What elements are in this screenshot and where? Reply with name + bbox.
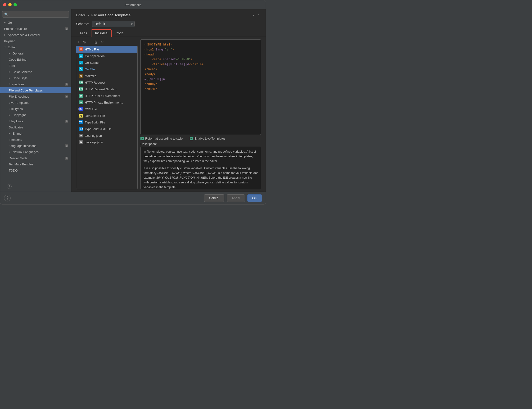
cancel-button[interactable]: Cancel — [204, 194, 224, 202]
sidebar-item-color-scheme[interactable]: Color Scheme — [0, 69, 71, 75]
code-line: <title>#[[$Title$]]#</title> — [145, 62, 257, 67]
code-line: <meta charset="UTF-8"> — [145, 57, 257, 62]
sidebar-item-font[interactable]: Font — [0, 63, 71, 69]
search-input[interactable] — [9, 13, 67, 16]
file-list: HHTML FileGGo ApplicationGGo ScratchGGo … — [76, 46, 138, 189]
sidebar-item-intentions[interactable]: Intentions — [0, 137, 71, 143]
file-item-label: Go Scratch — [85, 61, 100, 65]
file-item-ts-file[interactable]: TSTypeScript File — [76, 119, 138, 126]
reformat-checkbox-label[interactable]: Reformat according to style — [140, 137, 183, 140]
apply-button[interactable]: Apply — [227, 194, 245, 202]
file-item-css-file[interactable]: CSSCSS File — [76, 106, 138, 112]
live-templates-checkbox[interactable] — [190, 137, 193, 140]
sidebar-item-project-structure[interactable]: Project Structure⊞ — [0, 26, 71, 32]
sidebar-item-language-injections[interactable]: Language Injections⊞ — [0, 143, 71, 149]
nav-forward-button[interactable]: › — [257, 12, 261, 18]
tab-code[interactable]: Code — [111, 29, 128, 37]
reformat-checkbox[interactable] — [140, 137, 144, 140]
sidebar-item-copyright[interactable]: Copyright — [0, 112, 71, 118]
file-item-http-request-scratch[interactable]: APIHTTP Request Scratch — [76, 86, 138, 93]
code-editor[interactable]: <!DOCTYPE html> <html lang="en"> <head> … — [140, 39, 261, 135]
sidebar-item-badge: ⊞ — [65, 95, 68, 98]
sidebar-item-reader-mode[interactable]: Reader Mode⊞ — [0, 155, 71, 161]
close-button[interactable] — [3, 3, 6, 6]
file-item-label: package.json — [85, 140, 103, 144]
code-line: </head> — [145, 67, 257, 72]
sidebar-item-appearance[interactable]: Appearance & Behavior — [0, 32, 71, 38]
file-item-go-scratch[interactable]: GGo Scratch — [76, 59, 138, 66]
sidebar-item-general[interactable]: General — [0, 50, 71, 56]
sidebar-item-label: Code Editing — [9, 58, 26, 61]
scheme-dropdown[interactable]: Default — [92, 21, 135, 27]
file-item-http-request[interactable]: APIHTTP Request — [76, 79, 138, 86]
sidebar-item-editor[interactable]: Editor — [0, 44, 71, 50]
sidebar-item-keymap[interactable]: Keymap — [0, 38, 71, 44]
sidebar-item-label: Appearance & Behavior — [8, 33, 40, 37]
file-item-html-file[interactable]: HHTML File — [76, 46, 138, 53]
file-item-label: CSS File — [85, 107, 97, 111]
minimize-button[interactable] — [8, 3, 12, 6]
sidebar-item-label: File Types — [9, 107, 23, 111]
sidebar-item-inlay-hints[interactable]: Inlay Hints⊞ — [0, 118, 71, 124]
reset-button[interactable]: ↩ — [99, 39, 105, 45]
checkboxes-row: Reformat according to style Enable Live … — [140, 137, 261, 140]
file-item-js-file[interactable]: JSJavaScript File — [76, 112, 138, 119]
sidebar-item-inspections[interactable]: Inspections⊞ — [0, 81, 71, 87]
file-icon-js: JS — [79, 114, 83, 118]
sidebar-item-label: Copyright — [13, 113, 26, 117]
file-icon-tsx: TSX — [79, 127, 83, 131]
help-button[interactable]: ? — [4, 195, 11, 201]
sidebar-item-file-code-templates[interactable]: File and Code Templates — [0, 87, 71, 93]
search-box[interactable]: 🔍 — [2, 11, 69, 18]
file-item-tsconfig[interactable]: ⚙tsconfig.json — [76, 132, 138, 139]
ok-button[interactable]: OK — [247, 194, 262, 202]
sidebar-item-label: Intentions — [9, 138, 22, 141]
code-line: <html lang="en"> — [145, 47, 257, 52]
sidebar-item-duplicates[interactable]: Duplicates — [0, 124, 71, 130]
file-item-label: JavaScript File — [85, 114, 105, 118]
breadcrumb-separator: › — [88, 13, 89, 17]
file-item-package[interactable]: ⚙package.json — [76, 139, 138, 146]
tab-files[interactable]: Files — [76, 29, 91, 37]
file-icon-api: API — [79, 81, 83, 84]
nav-back-button[interactable]: ‹ — [252, 12, 256, 18]
duplicate-button[interactable]: ⎘ — [93, 39, 98, 45]
tab-includes[interactable]: Includes — [91, 29, 111, 37]
file-item-go-file[interactable]: GGo File — [76, 66, 138, 73]
file-item-label: TypeScript File — [85, 121, 105, 124]
file-item-makefile[interactable]: MMakefile — [76, 73, 138, 79]
file-item-http-public-env[interactable]: ⚙HTTP Public Environment — [76, 93, 138, 99]
code-line: </body> — [145, 82, 257, 87]
live-templates-checkbox-label[interactable]: Enable Live Templates — [190, 137, 226, 140]
maximize-button[interactable] — [13, 3, 17, 6]
sidebar-item-label: Font — [9, 64, 15, 67]
sidebar-item-code-style[interactable]: Code Style — [0, 75, 71, 81]
file-icon-go: G — [79, 54, 83, 58]
sidebar-item-emmet[interactable]: Emmet — [0, 130, 71, 137]
sidebar-item-label: Color Scheme — [13, 70, 32, 74]
sidebar-item-label: File and Code Templates — [9, 89, 43, 92]
file-icon-go: G — [79, 61, 83, 65]
file-item-go-application[interactable]: GGo Application — [76, 53, 138, 59]
help-icon: ? — [7, 184, 12, 189]
file-item-tsx-file[interactable]: TSXTypeScript JSX File — [76, 126, 138, 132]
add-button[interactable]: + — [76, 39, 81, 45]
code-line: #[[$END$]]# — [145, 77, 257, 82]
copy-button[interactable]: ⊕ — [82, 39, 87, 45]
sidebar-item-go[interactable]: Go — [0, 19, 71, 26]
sidebar-item-live-templates[interactable]: Live Templates — [0, 100, 71, 106]
file-item-label: HTTP Request Scratch — [85, 87, 116, 91]
file-item-http-private-env[interactable]: ⚙HTTP Private Environmen... — [76, 99, 138, 106]
sidebar-item-label: TODO — [9, 169, 18, 172]
sidebar-item-help[interactable]: ? — [3, 183, 68, 190]
right-panel: Editor › File and Code Templates ‹ › Sch… — [71, 9, 266, 192]
sidebar-item-file-encodings[interactable]: File Encodings⊞ — [0, 93, 71, 100]
description-text: In file templates, you can use text, cod… — [140, 147, 261, 189]
remove-button[interactable]: − — [88, 39, 92, 45]
sidebar-item-textmate-bundles[interactable]: TextMate Bundles — [0, 161, 71, 167]
sidebar-item-file-types[interactable]: File Types — [0, 106, 71, 112]
sidebar-item-code-editing[interactable]: Code Editing — [0, 56, 71, 63]
file-item-label: Go Application — [85, 54, 105, 58]
sidebar-item-todo[interactable]: TODO — [0, 167, 71, 173]
sidebar-item-natural-languages[interactable]: Natural Languages — [0, 149, 71, 155]
